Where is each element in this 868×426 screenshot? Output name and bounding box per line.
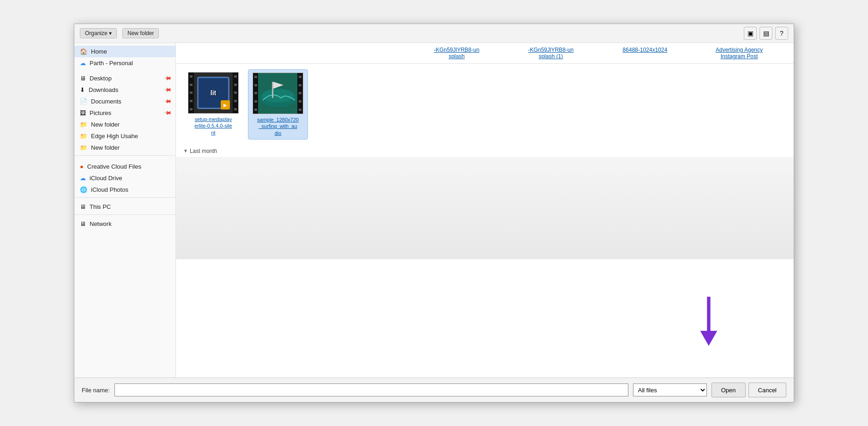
- file-name: setup-mediaplayerlite-0.5.4.0-silent: [194, 116, 232, 136]
- pin-icon-downloads: 📌: [163, 85, 172, 94]
- film-border-left: [188, 73, 194, 113]
- sidebar-label-downloads: Downloads: [89, 86, 118, 93]
- pin-icon-documents: 📌: [163, 97, 172, 106]
- filename-input[interactable]: [115, 383, 628, 396]
- home-icon: 🏠: [80, 48, 87, 55]
- documents-icon: 📄: [80, 98, 87, 105]
- film-hole: [190, 84, 193, 86]
- sidebar-item-downloads[interactable]: ⬇ Downloads 📌: [74, 84, 175, 96]
- icloud-drive-icon: ☁: [80, 175, 86, 182]
- file-name-video: sample_1280x720_surfing_with_audio: [257, 116, 299, 136]
- sidebar-item-pictures[interactable]: 🖼 Pictures 📌: [74, 107, 175, 119]
- sidebar-item-home[interactable]: 🏠 Home: [74, 46, 175, 57]
- sidebar-label-desktop: Desktop: [90, 75, 112, 82]
- film-hole: [254, 109, 257, 111]
- list-item[interactable]: lit ▶ setu: [183, 69, 243, 140]
- header-filenames: -KGn59JlYRB8-unsplash -KGn59JlYRB8-unspl…: [176, 43, 794, 64]
- sidebar-label-home: Home: [91, 48, 107, 55]
- film-hole: [299, 76, 301, 78]
- folder-icon-1: 📁: [80, 121, 87, 128]
- sidebar-item-network[interactable]: 🖥 Network: [74, 218, 175, 230]
- folder-icon-2: 📁: [80, 144, 87, 151]
- sidebar-label-new-folder1: New folder: [91, 121, 120, 128]
- film-hole: [299, 92, 301, 94]
- sidebar-item-icloud-drive[interactable]: ☁ iCloud Drive: [74, 172, 175, 184]
- film-hole: [190, 91, 193, 94]
- sidebar-item-desktop[interactable]: 🖥 Desktop 📌: [74, 73, 175, 84]
- toolbar: Organize ▾ New folder ▣ ▤ ?: [74, 24, 794, 43]
- network-icon: 🖥: [80, 220, 86, 227]
- film-hole: [254, 76, 257, 78]
- sidebar-label-documents: Documents: [91, 98, 121, 105]
- film-hole: [234, 75, 237, 78]
- filename-label: File name:: [82, 387, 110, 394]
- filetype-select[interactable]: All files Video files Audio files: [633, 383, 707, 396]
- pin-icon-pictures: 📌: [163, 109, 172, 117]
- sidebar-label-edge: Edge High Usahe: [91, 133, 138, 140]
- header-file-4[interactable]: Advertising AgencyInstagram Post: [692, 47, 786, 60]
- organize-button[interactable]: Organize ▾: [80, 28, 117, 38]
- chevron-icon: ▼: [183, 148, 188, 153]
- folder-icon-edge: 📁: [80, 133, 87, 140]
- new-folder-button[interactable]: New folder: [122, 28, 159, 38]
- icloud-photos-icon: 🌐: [80, 186, 87, 193]
- film-hole: [254, 100, 257, 103]
- film-hole: [234, 100, 237, 102]
- media-text: lit: [211, 89, 216, 97]
- dialog-body: 🏠 Home ☁ Parth - Personal 🖥 Desktop 📌 ⬇ …: [74, 43, 794, 377]
- sidebar-label-this-pc: This PC: [90, 203, 111, 210]
- files-grid: lit ▶ setu: [176, 64, 794, 145]
- section-last-month[interactable]: ▼ Last month: [176, 145, 794, 158]
- media-bg: lit ▶: [193, 72, 233, 114]
- open-button[interactable]: Open: [711, 383, 746, 397]
- list-item[interactable]: sample_1280x720_surfing_with_audio: [248, 69, 308, 140]
- sidebar-item-new-folder1[interactable]: 📁 New folder: [74, 119, 175, 130]
- header-file-1[interactable]: -KGn59JlYRB8-unsplash: [410, 47, 504, 60]
- pictures-icon: 🖼: [80, 110, 86, 116]
- main-content: -KGn59JlYRB8-unsplash -KGn59JlYRB8-unspl…: [176, 43, 794, 377]
- section-label-text: Last month: [190, 148, 217, 154]
- header-file-2[interactable]: -KGn59JlYRB8-unsplash (1): [504, 47, 598, 60]
- sidebar-item-documents[interactable]: 📄 Documents 📌: [74, 96, 175, 107]
- bottom-bar: File name: All files Video files Audio f…: [74, 377, 794, 402]
- video-content: [258, 73, 298, 114]
- film-hole: [299, 109, 301, 111]
- video-noise: [258, 73, 298, 114]
- sidebar-label-parth: Parth - Personal: [90, 60, 133, 67]
- help-icon[interactable]: ?: [775, 27, 788, 40]
- film-hole: [254, 92, 257, 94]
- sidebar-item-parth[interactable]: ☁ Parth - Personal: [74, 57, 175, 69]
- file-thumbnail: lit ▶: [188, 72, 239, 114]
- sidebar-item-edge-high[interactable]: 📁 Edge High Usahe: [74, 130, 175, 142]
- sidebar-label-network: Network: [90, 220, 112, 227]
- sidebar-item-new-folder2[interactable]: 📁 New folder: [74, 142, 175, 153]
- sidebar-label-icloud-photos: iCloud Photos: [91, 186, 128, 193]
- film-hole: [234, 91, 237, 94]
- this-pc-icon: 🖥: [80, 203, 86, 210]
- sidebar-item-icloud-photos[interactable]: 🌐 iCloud Photos: [74, 184, 175, 195]
- sidebar-label-creative-cloud: Creative Cloud Files: [87, 163, 141, 170]
- file-thumbnail-video: [253, 73, 303, 114]
- downloads-icon: ⬇: [80, 86, 85, 93]
- film-hole: [190, 100, 193, 102]
- film-border-right-2: [297, 73, 303, 114]
- film-hole: [299, 100, 301, 103]
- sidebar-label-new-folder2: New folder: [91, 144, 120, 151]
- film-hole: [190, 75, 193, 78]
- sidebar: 🏠 Home ☁ Parth - Personal 🖥 Desktop 📌 ⬇ …: [74, 43, 176, 377]
- layout-icon-1[interactable]: ▣: [744, 27, 757, 40]
- desktop-icon: 🖥: [80, 75, 86, 82]
- file-open-dialog: Organize ▾ New folder ▣ ▤ ? 🏠 Home ☁ Par…: [74, 24, 794, 402]
- layout-icon-2[interactable]: ▤: [760, 27, 772, 40]
- pin-icon: 📌: [163, 74, 172, 83]
- sidebar-label-icloud-drive: iCloud Drive: [90, 175, 122, 182]
- sidebar-item-this-pc[interactable]: 🖥 This PC: [74, 201, 175, 213]
- cloud-icon: ☁: [80, 60, 86, 67]
- film-hole: [190, 108, 193, 110]
- blurred-content-area: [176, 158, 794, 259]
- sidebar-item-creative-cloud[interactable]: ● Creative Cloud Files: [74, 161, 175, 172]
- film-hole: [234, 108, 237, 110]
- cancel-button[interactable]: Cancel: [748, 383, 786, 397]
- creative-cloud-icon: ●: [80, 163, 84, 170]
- header-file-3[interactable]: 86488-1024x1024: [598, 47, 692, 60]
